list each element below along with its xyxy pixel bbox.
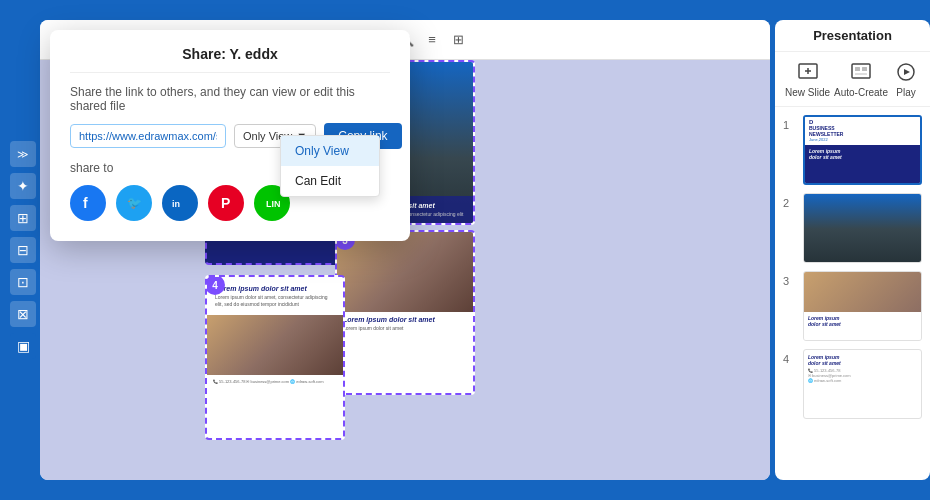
right-panel: Presentation New Slide Auto-Create Play … [775, 20, 930, 480]
slide-4-body-title: Lorem ipsum dolor sit amet [215, 285, 335, 292]
thumb-newsletter-1: BUSINESSNEWSLETTER [809, 125, 916, 137]
menu-icon[interactable]: ≡ [421, 29, 443, 51]
media-tool[interactable]: ⊠ [10, 301, 36, 327]
only-view-option[interactable]: Only View [281, 136, 379, 166]
thumb-card-4[interactable]: Lorem ipsumdolor sit amet 📞 55-123-456-7… [803, 349, 922, 419]
layout-tool[interactable]: ⊡ [10, 269, 36, 295]
thumb-image-people [804, 272, 921, 312]
thumb-body-3: Lorem ipsumdolor sit amet [804, 312, 921, 341]
thumb-card-2[interactable] [803, 193, 922, 263]
svg-text:in: in [172, 199, 180, 209]
slide-3-body-text: Lorem ipsum dolor sit amet [343, 325, 467, 332]
play-icon [892, 60, 920, 84]
pinterest-share-button[interactable]: P [208, 185, 244, 221]
left-toolbar: ≫ ✦ ⊞ ⊟ ⊡ ⊠ ▣ [10, 141, 36, 359]
svg-text:f: f [83, 195, 88, 211]
svg-rect-6 [855, 73, 867, 75]
thumb-text-1: Lorem ipsumdolor sit amet [809, 148, 916, 160]
auto-create-button[interactable]: Auto-Create [834, 60, 888, 98]
svg-marker-8 [904, 69, 910, 75]
auto-create-label: Auto-Create [834, 87, 888, 98]
svg-text:P: P [221, 195, 230, 211]
slide-3-image [337, 232, 473, 312]
auto-create-icon [847, 60, 875, 84]
thumbnail-item-3[interactable]: 3 Lorem ipsumdolor sit amet [783, 271, 922, 341]
can-edit-option[interactable]: Can Edit [281, 166, 379, 196]
facebook-share-button[interactable]: f [70, 185, 106, 221]
thumb-card-1[interactable]: D BUSINESSNEWSLETTER June,2022 Lorem ips… [803, 115, 922, 185]
play-button[interactable]: Play [892, 60, 920, 98]
new-slide-button[interactable]: New Slide [785, 60, 830, 98]
thumbnail-item-1[interactable]: 1 D BUSINESSNEWSLETTER June,2022 Lorem i… [783, 115, 922, 185]
share-link-input[interactable] [70, 124, 226, 148]
collapse-tool[interactable]: ≫ [10, 141, 36, 167]
grid3-icon[interactable]: ⊞ [447, 29, 469, 51]
select-tool[interactable]: ✦ [10, 173, 36, 199]
thumbnail-item-2[interactable]: 2 [783, 193, 922, 263]
svg-text:🐦: 🐦 [127, 195, 142, 210]
permission-dropdown-menu: Only View Can Edit [280, 135, 380, 197]
new-slide-label: New Slide [785, 87, 830, 98]
thumb-text-4: Lorem ipsumdolor sit amet [808, 354, 917, 366]
slide-3-body-title: Lorem ipsum dolor sit amet [343, 316, 467, 323]
linkedin-share-button[interactable]: in [162, 185, 198, 221]
slide-3[interactable]: 3 Lorem ipsum dolor sit amet Lorem ipsum… [335, 230, 475, 395]
thumb-card-3[interactable]: Lorem ipsumdolor sit amet [803, 271, 922, 341]
modal-subtitle: Share the link to others, and they can v… [70, 85, 390, 113]
modal-title: Share: Y. eddx [70, 46, 390, 73]
thumb-header-1: D BUSINESSNEWSLETTER June,2022 [805, 117, 920, 145]
thumb-body-1: Lorem ipsumdolor sit amet [805, 145, 920, 185]
new-slide-icon [794, 60, 822, 84]
svg-rect-3 [852, 64, 870, 78]
thumb-num-2: 2 [783, 193, 795, 209]
slide-4-body-text: Lorem ipsum dolor sit amet, consectetur … [215, 294, 335, 307]
panel-actions: New Slide Auto-Create Play [775, 52, 930, 107]
thumbnail-item-4[interactable]: 4 Lorem ipsumdolor sit amet 📞 55-123-456… [783, 349, 922, 419]
slide-4[interactable]: 4 Lorem ipsum dolor sit amet Lorem ipsum… [205, 275, 345, 440]
thumb-image-building [804, 194, 921, 263]
play-label: Play [896, 87, 915, 98]
slide-4-number: 4 [205, 275, 225, 295]
thumbnail-list: 1 D BUSINESSNEWSLETTER June,2022 Lorem i… [775, 107, 930, 480]
slide-3-body: Lorem ipsum dolor sit amet Lorem ipsum d… [337, 312, 473, 336]
svg-rect-4 [855, 67, 860, 71]
slide-4-footer-info: 📞 55-123-456-78 ✉ business@prime.com 🌐 e… [213, 379, 337, 384]
thumb-date-1: June,2022 [809, 137, 916, 142]
panel-title: Presentation [775, 20, 930, 52]
twitter-share-button[interactable]: 🐦 [116, 185, 152, 221]
minus-tool[interactable]: ⊟ [10, 237, 36, 263]
presentation-tool[interactable]: ▣ [10, 333, 36, 359]
slide-4-footer: 📞 55-123-456-78 ✉ business@prime.com 🌐 e… [207, 375, 343, 388]
thumb-text-3: Lorem ipsumdolor sit amet [808, 315, 917, 327]
share-modal: Share: Y. eddx Share the link to others,… [50, 30, 410, 241]
thumb-num-4: 4 [783, 349, 795, 365]
thumb-num-1: 1 [783, 115, 795, 131]
thumb-footer-4: 📞 55-123-456-78✉ business@prime.com🌐 edr… [808, 368, 917, 383]
svg-rect-5 [862, 67, 867, 71]
grid-tool[interactable]: ⊞ [10, 205, 36, 231]
slide-4-body: Lorem ipsum dolor sit amet Lorem ipsum d… [207, 277, 343, 315]
thumb-num-3: 3 [783, 271, 795, 287]
svg-text:LINE: LINE [266, 199, 281, 209]
slide-4-image [207, 315, 343, 375]
